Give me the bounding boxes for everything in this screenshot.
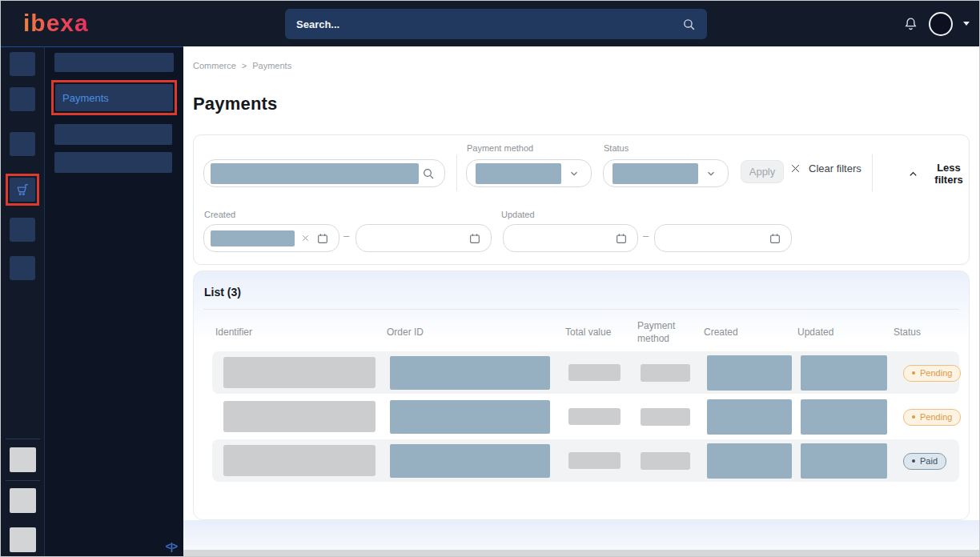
updated-label: Updated	[501, 210, 535, 219]
updated-from-date-input[interactable]	[503, 224, 638, 252]
user-avatar[interactable]	[929, 12, 953, 36]
sidebar-bottom-group	[1, 439, 44, 556]
calendar-icon[interactable]	[615, 232, 628, 245]
status-select[interactable]	[603, 159, 729, 187]
created-to-date-input[interactable]	[355, 224, 492, 252]
table-header: Identifier Order ID Total value Payment …	[212, 316, 959, 350]
main-content: Commerce > Payments Payments Payme	[183, 46, 979, 556]
icon-rail-sidebar	[1, 46, 45, 556]
sidebar-bottom-item-2[interactable]	[10, 488, 36, 513]
total-value-placeholder	[568, 408, 621, 425]
sidebar-divider	[6, 480, 40, 481]
less-filters-button[interactable]: Less filters	[907, 162, 969, 186]
nav-item-3[interactable]	[54, 124, 172, 145]
nav-item-payments[interactable]: Payments	[55, 84, 173, 111]
less-filters-label: Less filters	[929, 162, 969, 186]
status-label: Status	[604, 143, 629, 153]
total-value-placeholder	[568, 452, 621, 469]
status-dot-icon	[912, 415, 915, 419]
clear-x-icon	[789, 162, 801, 174]
calendar-icon[interactable]	[468, 232, 481, 245]
ibexa-logo[interactable]: ibexa	[23, 10, 89, 37]
filter-search-input[interactable]	[203, 159, 445, 187]
secondary-nav-panel: Payments <|>	[45, 46, 183, 556]
bell-icon[interactable]	[903, 16, 918, 31]
payments-list-panel: List (3) Identifier Order ID Total value…	[193, 270, 970, 520]
breadcrumb-commerce[interactable]: Commerce	[193, 61, 236, 70]
updated-placeholder	[801, 355, 887, 391]
list-divider	[203, 309, 959, 310]
list-title: List (3)	[194, 271, 969, 309]
column-status: Status	[894, 327, 959, 339]
order-id-placeholder	[390, 400, 550, 434]
sidebar-item-commerce-highlight	[6, 174, 39, 206]
updated-to-date-input[interactable]	[654, 224, 792, 252]
column-payment-method: Payment method	[637, 320, 704, 345]
top-bar: ibexa	[1, 1, 979, 46]
global-search-input[interactable]	[296, 18, 682, 30]
caret-down-icon[interactable]	[963, 22, 970, 26]
created-placeholder	[707, 355, 792, 391]
status-dot-icon	[912, 459, 915, 463]
horizontal-scrollbar[interactable]	[183, 550, 979, 556]
identifier-placeholder	[223, 357, 376, 388]
app-window: ibexa	[0, 0, 980, 557]
payment-method-value-placeholder	[476, 163, 561, 184]
column-created: Created	[704, 327, 797, 339]
created-placeholder	[707, 399, 792, 435]
status-badge: Pending	[903, 365, 961, 382]
payment-method-label: Payment method	[467, 143, 533, 153]
cart-icon	[14, 182, 30, 198]
collapse-panel-icon[interactable]: <|>	[166, 541, 177, 552]
sidebar-item-6[interactable]	[10, 256, 35, 280]
total-value-placeholder	[568, 364, 621, 381]
sidebar-divider	[6, 439, 40, 439]
column-identifier: Identifier	[215, 327, 387, 339]
payment-method-select[interactable]	[466, 159, 592, 187]
order-id-placeholder	[390, 444, 550, 478]
sidebar-bottom-item-1[interactable]	[10, 447, 36, 472]
updated-placeholder	[801, 443, 887, 479]
nav-item-1[interactable]	[54, 53, 174, 72]
search-icon[interactable]	[682, 18, 696, 31]
global-search[interactable]	[285, 9, 707, 39]
clear-x-icon[interactable]	[301, 234, 310, 242]
payment-method-placeholder	[641, 364, 690, 382]
status-dot-icon	[912, 371, 915, 375]
date-range-separator: –	[643, 230, 649, 242]
sidebar-item-commerce[interactable]	[10, 178, 35, 202]
table-row[interactable]: Paid	[212, 439, 959, 482]
page-title: Payments	[193, 94, 970, 114]
created-from-date-input[interactable]	[203, 224, 339, 252]
sidebar-item-1[interactable]	[10, 52, 35, 76]
payment-method-placeholder	[641, 408, 690, 426]
date-range-separator: –	[343, 230, 349, 242]
identifier-placeholder	[223, 445, 376, 476]
order-id-placeholder	[390, 356, 550, 390]
nav-item-payments-label: Payments	[62, 92, 109, 104]
search-icon[interactable]	[422, 167, 435, 180]
page-background	[183, 520, 979, 550]
calendar-icon[interactable]	[316, 232, 329, 245]
breadcrumb-separator: >	[242, 61, 247, 70]
table-row[interactable]: Pending	[212, 351, 959, 394]
sidebar-item-5[interactable]	[10, 218, 35, 242]
calendar-icon[interactable]	[769, 232, 781, 245]
nav-item-payments-highlight: Payments	[51, 80, 177, 115]
sidebar-item-3[interactable]	[10, 132, 35, 156]
payment-method-placeholder	[641, 452, 690, 470]
clear-filters-button[interactable]: Clear filters	[789, 162, 862, 174]
column-order-id: Order ID	[387, 327, 565, 339]
status-value-placeholder	[612, 163, 698, 184]
nav-item-4[interactable]	[54, 152, 172, 173]
chevron-down-icon	[568, 168, 580, 179]
breadcrumb-payments[interactable]: Payments	[252, 61, 291, 70]
apply-button[interactable]: Apply	[741, 160, 784, 183]
table-row[interactable]: Pending	[212, 395, 959, 438]
filter-divider	[456, 154, 457, 191]
clear-filters-label: Clear filters	[809, 162, 862, 174]
chevron-down-icon	[705, 168, 717, 179]
filters-panel: Payment method Status Apply	[193, 134, 970, 265]
sidebar-bottom-item-3[interactable]	[10, 527, 36, 552]
sidebar-item-2[interactable]	[10, 87, 35, 111]
